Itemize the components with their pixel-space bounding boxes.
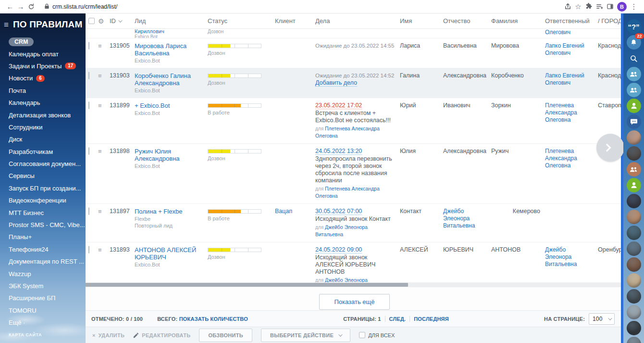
horizontal-scrollbar-thumb[interactable] xyxy=(86,283,408,287)
row-menu-icon[interactable]: ≡ xyxy=(98,72,102,79)
call-button[interactable]: ОБЗВОНИТЬ xyxy=(199,329,252,342)
column-responsible[interactable]: Ответственный xyxy=(545,17,598,25)
responsible-link[interactable]: Джейбо Элеонора Витальевна xyxy=(545,246,577,267)
user-avatar[interactable] xyxy=(627,241,641,256)
lead-link[interactable]: Коробченко Галина Александровна xyxy=(135,72,203,87)
last-page-link[interactable]: ПОСЛЕДНЯЯ xyxy=(414,316,449,322)
sidebar-item[interactable]: Задачи и Проекты 17 xyxy=(9,60,86,72)
people-icon[interactable] xyxy=(627,83,641,97)
people-icon[interactable] xyxy=(627,67,641,81)
sidebar-item[interactable]: Wazzup xyxy=(9,267,86,279)
show-more-button[interactable]: Показать ещё xyxy=(319,294,389,310)
column-client[interactable]: Клиент xyxy=(275,17,315,25)
lead-link[interactable]: Мировова Лариса Васильевна xyxy=(135,42,203,57)
user-avatar[interactable] xyxy=(627,226,641,240)
sidebar-item[interactable]: Сервисы xyxy=(9,170,86,182)
sidebar-item[interactable]: Детализация звонков xyxy=(9,109,86,121)
bookmark-star-icon[interactable]: ☆ xyxy=(573,1,583,12)
user-avatar[interactable] xyxy=(627,337,641,343)
user-avatar[interactable] xyxy=(627,130,641,145)
chat-icon[interactable] xyxy=(627,114,641,129)
row-menu-icon[interactable]: ≡ xyxy=(98,148,102,155)
table-row[interactable]: ≡ 131905 Мировова Лариса Васильевна Exbi… xyxy=(86,38,623,68)
deal-date-link[interactable]: 24.05.2022 09:00 xyxy=(315,247,362,254)
row-menu-icon[interactable]: ≡ xyxy=(98,208,102,215)
responsible-link[interactable]: Лапко Евгений Олегович xyxy=(545,42,584,56)
column-id[interactable]: ID xyxy=(110,17,135,25)
bell-icon[interactable]: 22 xyxy=(627,35,641,50)
user-avatar[interactable] xyxy=(627,289,641,304)
reload-icon[interactable] xyxy=(26,1,37,12)
table-row[interactable]: ≡ 131897 Полина + Flexbe Flexbe Повторны… xyxy=(86,204,623,242)
deal-date-link[interactable]: 24.05.2022 13:20 xyxy=(315,148,362,155)
table-row[interactable]: ≡ 131899 + Exbico.Bot Exbico.Bot В работ… xyxy=(86,98,623,144)
sidebar-item[interactable]: Телефония24 xyxy=(9,243,86,255)
responsible-link[interactable]: Плетенева Александра Олеговна xyxy=(545,102,577,123)
lead-link[interactable]: Кириллович xyxy=(135,29,164,34)
settings-gear-icon[interactable]: ⚙ xyxy=(98,17,104,25)
scroll-right-button[interactable] xyxy=(596,134,623,162)
table-row[interactable]: ≡ 131898 Ружич Юлия Александровна Exbico… xyxy=(86,144,623,204)
people-icon[interactable] xyxy=(627,162,641,177)
column-lead[interactable]: Лид xyxy=(135,17,208,25)
browser-menu-icon[interactable]: ⋮ xyxy=(629,1,639,12)
per-page-select[interactable]: 100 xyxy=(589,313,615,325)
row-menu-icon[interactable]: ≡ xyxy=(98,102,102,109)
deal-date-link[interactable]: 30.05.2022 07:00 xyxy=(315,208,362,215)
user-avatar[interactable] xyxy=(627,321,641,335)
deal-for-link[interactable]: Плетенева Александра Олеговна xyxy=(315,186,380,199)
select-all-checkbox[interactable] xyxy=(88,18,95,24)
vertical-scrollbar[interactable] xyxy=(621,13,623,343)
column-deals[interactable]: Дела xyxy=(315,17,400,25)
show-count-link[interactable]: ПОКАЗАТЬ КОЛИЧЕСТВО xyxy=(179,316,248,322)
responsible-link[interactable]: Лапко Евгений Олегович xyxy=(545,72,584,86)
for-all-checkbox[interactable] xyxy=(359,332,365,338)
row-checkbox[interactable] xyxy=(88,42,89,50)
lead-link[interactable]: Ружич Юлия Александровна xyxy=(135,148,203,162)
responsible-link[interactable]: Джейбо Элеонора Витальевна xyxy=(443,208,475,229)
deal-for-link[interactable]: Джейбо Элеонора Витальевна xyxy=(315,277,368,282)
lead-link[interactable]: + Exbico.Bot xyxy=(135,102,170,109)
search-icon[interactable] xyxy=(627,51,641,65)
person-icon[interactable] xyxy=(627,99,641,113)
back-icon[interactable]: ← xyxy=(5,1,15,12)
table-row[interactable]: ≡ 131903 Коробченко Галина Александровна… xyxy=(86,68,623,98)
table-row-partial[interactable]: Кириллович Exbico.Bot Дозвон Олегович xyxy=(86,29,623,38)
column-status[interactable]: Статус xyxy=(208,17,275,25)
table-row[interactable]: ≡ 131893 АНТОНОВ АЛЕКСЕЙ ЮРЬЕВИЧ Exbico.… xyxy=(86,242,623,282)
for-all-toggle[interactable]: ДЛЯ ВСЕХ xyxy=(359,332,395,338)
extensions-icon[interactable] xyxy=(583,1,594,12)
deal-for-link[interactable]: Джейбо Элеонора Витальевна xyxy=(315,224,368,237)
menu-burger-icon[interactable]: ≡ xyxy=(4,21,9,29)
sidebar-item[interactable]: Согласования докумен... xyxy=(9,158,86,170)
sidebar-item[interactable]: TOMORU xyxy=(9,305,86,317)
sidebar-item[interactable]: Календарь оплат xyxy=(9,48,86,60)
client-link[interactable]: Вацап xyxy=(275,208,292,215)
column-patronymic[interactable]: Отчество xyxy=(443,17,491,25)
person-icon[interactable] xyxy=(627,178,641,192)
sidebar-item[interactable]: Prostor SMS - СМС, Vibe... xyxy=(9,219,86,231)
forward-icon[interactable]: → xyxy=(15,1,26,12)
sidebar-item[interactable]: Запуск БП при создани... xyxy=(9,182,86,194)
user-avatar[interactable] xyxy=(627,146,641,161)
row-checkbox[interactable] xyxy=(88,207,89,215)
row-checkbox[interactable] xyxy=(88,72,89,79)
deal-date-link[interactable]: 23.05.2022 17:02 xyxy=(315,102,362,109)
column-city[interactable]: / ГОРОД / xyxy=(598,17,623,25)
sidebar-item[interactable]: Новости 6 xyxy=(9,72,86,84)
sidebar-item[interactable]: МТТ Бизнес xyxy=(9,206,86,218)
column-name[interactable]: Имя xyxy=(400,17,443,25)
help-icon[interactable]: ? xyxy=(627,19,641,34)
deal-add-link[interactable]: Добавить дело xyxy=(315,80,357,87)
responsible-link[interactable]: Олегович xyxy=(545,29,570,36)
row-menu-icon[interactable]: ≡ xyxy=(98,42,102,50)
user-avatar[interactable] xyxy=(627,210,641,224)
sidebar-item[interactable]: ЭБК System xyxy=(9,280,86,292)
sidebar-item[interactable]: Диск xyxy=(9,133,86,145)
row-checkbox[interactable] xyxy=(88,147,89,155)
profile-avatar[interactable]: B xyxy=(617,2,627,12)
address-bar[interactable]: crm.slista.ru/crm/lead/list/ xyxy=(39,1,557,12)
user-avatar[interactable] xyxy=(627,194,641,208)
delete-button[interactable]: ×УДАЛИТЬ xyxy=(92,332,124,338)
sidebar-item[interactable]: Ещё · xyxy=(9,317,86,329)
